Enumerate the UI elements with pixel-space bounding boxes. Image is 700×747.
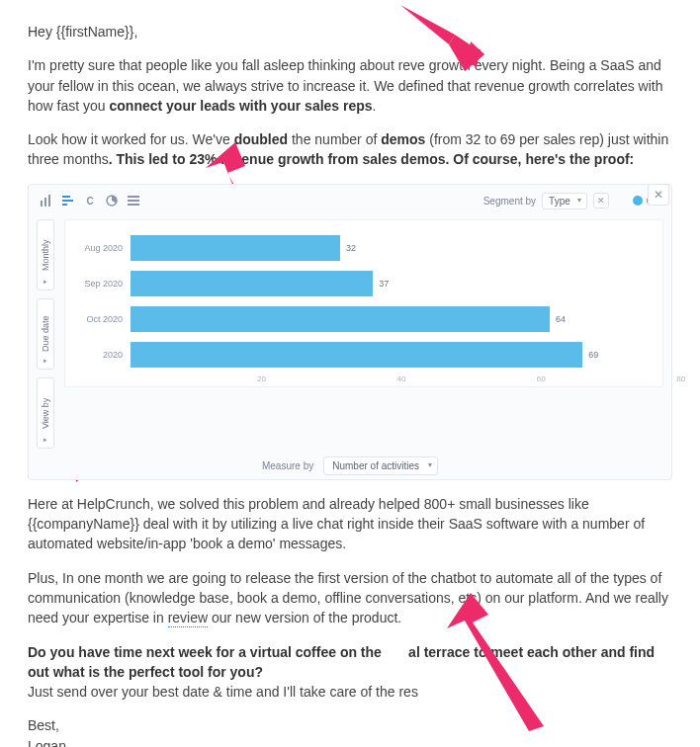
- svg-rect-8: [41, 201, 43, 207]
- bold-text: doubled: [234, 131, 288, 147]
- chart-bar-row: 202069: [73, 339, 655, 371]
- bar-value-label: 64: [556, 314, 566, 324]
- text: .: [373, 98, 377, 114]
- chart-plot-area: Aug 202032Sep 202037Oct 2020642020692040…: [64, 219, 663, 387]
- svg-rect-10: [48, 195, 50, 207]
- text: Just send over your best date & time and…: [28, 684, 418, 700]
- obscured-text: [386, 644, 408, 660]
- bar-category-label: Oct 2020: [73, 314, 131, 324]
- bar-value-label: 32: [346, 243, 356, 253]
- chart-bar: [131, 271, 373, 296]
- close-chart-button[interactable]: ✕: [648, 184, 669, 206]
- text: our new version of the product.: [208, 610, 401, 625]
- chart-bar: [131, 235, 340, 261]
- bar-category-label: 2020: [73, 350, 131, 360]
- list-icon[interactable]: [128, 195, 139, 207]
- measure-by-label: Measure by: [262, 460, 313, 471]
- svg-rect-16: [128, 200, 139, 202]
- email-paragraph-1: I'm pretty sure that people like you fal…: [28, 55, 672, 116]
- text: Look how it worked for us. We've: [28, 131, 234, 147]
- segment-by-label: Segment by: [483, 196, 536, 207]
- email-paragraph-4: Plus, In one month we are going to relea…: [28, 568, 672, 628]
- bar-value-label: 37: [379, 279, 389, 289]
- text: the number of: [288, 131, 381, 147]
- table-icon[interactable]: C: [84, 195, 96, 207]
- chart-bar-row: Aug 202032: [73, 232, 655, 264]
- email-greeting: Hey {{firstName}},: [28, 22, 672, 42]
- bold-text: . This led to 23% revenue growth from sa…: [109, 151, 635, 167]
- bold-text: connect your leads with your sales reps: [110, 98, 373, 114]
- spellcheck-word: review: [168, 610, 208, 627]
- x-axis-tick: 80: [676, 374, 685, 383]
- email-signature: Best, Logan SDR @ HelpCrunch unsubscribe: [28, 715, 672, 747]
- email-paragraph-5: Do you have time next week for a virtual…: [28, 642, 672, 703]
- y-axis-control-due-date[interactable]: Due date: [37, 298, 54, 370]
- chart-bar: [131, 306, 550, 332]
- pie-chart-icon[interactable]: [106, 195, 118, 207]
- y-axis-control-monthly[interactable]: Monthly: [37, 219, 54, 290]
- email-paragraph-2: Look how it worked for us. We've doubled…: [28, 129, 672, 170]
- measure-by-select[interactable]: Number of activities: [323, 456, 438, 475]
- x-axis-tick: 20: [257, 374, 266, 383]
- svg-rect-12: [62, 200, 73, 202]
- legend-dot-icon: [633, 196, 643, 206]
- bar-value-label: 69: [588, 350, 598, 360]
- sign-off: Best,: [28, 717, 59, 733]
- bold-text: demos: [381, 131, 425, 147]
- svg-rect-9: [44, 198, 46, 207]
- chart-bar-row: Oct 202064: [73, 303, 655, 335]
- chart-bar: [131, 342, 582, 368]
- x-axis-tick: 60: [537, 374, 546, 383]
- segment-clear-button[interactable]: ✕: [593, 193, 609, 208]
- segment-by-select[interactable]: Type: [542, 193, 587, 209]
- chart-toolbar: C Segment by Type ✕ Call: [37, 193, 663, 209]
- chart-container: ✕ C Segment by Type ✕ Call: [28, 184, 672, 480]
- svg-rect-15: [128, 196, 139, 198]
- bar-chart-icon[interactable]: [41, 195, 52, 207]
- bar-category-label: Aug 2020: [73, 243, 131, 253]
- sender-name: Logan: [28, 738, 66, 747]
- svg-rect-13: [62, 204, 67, 206]
- svg-rect-17: [128, 204, 139, 206]
- email-paragraph-3: Here at HelpCrunch, we solved this probl…: [28, 494, 672, 554]
- text: I'm pretty sure that people like you fal…: [28, 57, 425, 73]
- bold-text: Do you have time next week for a virtual…: [28, 644, 386, 660]
- horizontal-bar-icon[interactable]: [62, 195, 74, 207]
- x-axis-tick: 40: [396, 374, 405, 383]
- bar-category-label: Sep 2020: [73, 279, 131, 289]
- svg-rect-11: [62, 196, 70, 198]
- x-axis: 20406080: [73, 374, 655, 383]
- chart-bar-row: Sep 202037: [73, 268, 655, 299]
- y-axis-control-view-by[interactable]: View by: [37, 377, 54, 449]
